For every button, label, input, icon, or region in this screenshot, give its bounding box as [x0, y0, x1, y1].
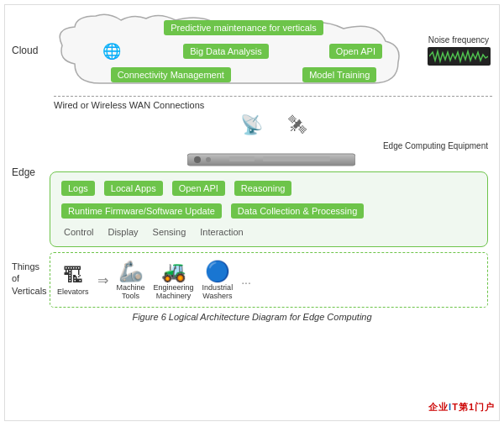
noise-wave-svg [429, 49, 488, 64]
thing-machine-tools: 🦾 Machine Tools [117, 260, 145, 300]
edge-row2: Runtime Firmware/Software Update Data Co… [59, 202, 479, 220]
satellite-item: 🛰 [288, 114, 307, 136]
thing-washers: 🔵 Industrial Washers [202, 260, 234, 300]
svg-rect-4 [263, 156, 330, 161]
cloud-globe-icon: 🌐 [102, 42, 121, 61]
engineering-label: Engineering Machinery [154, 283, 194, 300]
edge-device-svg [187, 152, 355, 167]
cloud-bottom-row: Connectivity Management Model Training [75, 66, 412, 84]
washers-label: Industrial Washers [202, 283, 234, 300]
satellite-icon: 🛰 [288, 114, 307, 136]
wan-section: Wired or Wireless WAN Connections 📡 🛰 [54, 96, 492, 136]
cloud-badge-openapi: Open API [329, 44, 382, 59]
edge-interaction: Interaction [195, 224, 248, 240]
edge-row1: Logs Local Apps Open API Reasoning [59, 179, 479, 198]
washers-icon: 🔵 [205, 260, 230, 283]
things-label: Things of Verticals [12, 252, 50, 297]
caption: Figure 6 Logical Architecture Diagram fo… [12, 312, 492, 322]
cloud-label: Cloud [12, 45, 50, 56]
arrow-icon-1: ⇒ [97, 272, 108, 288]
machine-tools-icon: 🦾 [118, 260, 144, 283]
elevator-label: Elevators [57, 287, 89, 296]
svg-point-2 [206, 157, 211, 162]
edge-badge-local-apps: Local Apps [104, 181, 163, 196]
svg-rect-3 [229, 156, 255, 161]
main-wrapper: Cloud Predictive maintenance for vertica… [4, 4, 500, 421]
svg-point-1 [194, 156, 201, 163]
tower-item: 📡 [240, 114, 263, 136]
edge-badge-runtime: Runtime Firmware/Software Update [61, 203, 222, 219]
elevator-icon: 🏗 [63, 264, 83, 287]
cloud-section: Cloud Predictive maintenance for vertica… [12, 12, 492, 89]
edge-badge-reasoning: Reasoning [234, 181, 292, 196]
wan-icons: 📡 🛰 [54, 114, 492, 136]
edge-label: Edge [12, 141, 50, 178]
engineering-icon: 🚜 [161, 260, 186, 283]
things-section: Things of Verticals 🏗 Elevators ⇒ 🦾 Mach… [12, 252, 492, 308]
thing-engineering: 🚜 Engineering Machinery [154, 260, 194, 300]
edge-sensing: Sensing [148, 224, 192, 240]
edge-equipment-label: Edge Computing Equipment [50, 141, 492, 150]
cloud-badge-predictive: Predictive maintenance for verticals [164, 20, 323, 35]
tower-icon: 📡 [240, 114, 263, 136]
edge-content: Edge Computing Equipment [50, 141, 492, 247]
machine-tools-label: Machine Tools [117, 283, 145, 300]
watermark-highlight: I [449, 402, 452, 412]
edge-box: Logs Local Apps Open API Reasoning Runti… [50, 171, 488, 247]
cloud-badge-model: Model Training [302, 67, 376, 82]
noise-label: Noise frequency [428, 35, 489, 45]
thing-elevators: 🏗 Elevators [57, 264, 89, 296]
edge-badge-logs: Logs [61, 181, 95, 196]
noise-box: Noise frequency [425, 35, 492, 66]
edge-display: Display [102, 224, 143, 240]
edge-badge-openapi: Open API [172, 181, 225, 196]
edge-section: Edge Edge Computing Equipment [12, 141, 492, 247]
watermark: 企业IT第1门户 [428, 401, 495, 414]
cloud-badge-connectivity: Connectivity Management [111, 67, 231, 82]
edge-control: Control [59, 224, 98, 240]
edge-row3: Control Display Sensing Interaction [59, 224, 479, 240]
cloud-top-row: Predictive maintenance for verticals [75, 18, 412, 37]
edge-badge-datacollection: Data Collection & Processing [231, 203, 364, 219]
more-dots: ... [241, 273, 251, 287]
wan-label: Wired or Wireless WAN Connections [54, 100, 492, 110]
cloud-mid-row: 🌐 Big Data Analysis Open API [75, 42, 412, 61]
things-content: 🏗 Elevators ⇒ 🦾 Machine Tools 🚜 Engineer… [50, 252, 488, 308]
cloud-badge-bigdata: Big Data Analysis [183, 44, 269, 59]
edge-device-container [50, 152, 492, 167]
noise-wave [428, 47, 491, 66]
